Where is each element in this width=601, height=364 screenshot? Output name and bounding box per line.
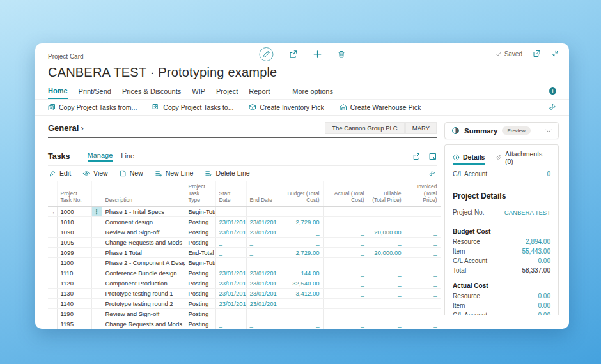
task-row[interactable]: 1099Phase 1 TotalEnd-Total__2,729.00_20,… [48,247,441,257]
cell-invoiced[interactable]: _ [405,247,441,257]
cell-billable[interactable]: _ [368,268,405,278]
copy-tasks-to-button[interactable]: Copy Project Tasks to... [152,103,233,111]
cell-budget[interactable]: 2,729.00 [277,216,323,227]
cell-budget[interactable]: 144.00 [277,268,323,278]
cell-actual[interactable]: _ [323,206,368,216]
cell-actual[interactable]: _ [323,257,368,268]
cell-task-no[interactable]: 1140 [57,298,91,308]
cell-billable[interactable]: _ [368,308,405,319]
cell-task-type[interactable]: Posting [185,288,215,298]
new-line-button[interactable]: New Line [155,169,194,177]
cell-task-type[interactable]: Posting [185,278,215,288]
task-row[interactable]: 1010Comonent designPosting23/01/201923/0… [48,216,441,227]
cell-actual[interactable]: _ [323,216,368,227]
cell-task-type[interactable]: End-Total [185,247,215,257]
maximize-icon[interactable] [429,153,437,160]
cell-billable[interactable]: 20,000.00 [368,247,405,257]
cell-budget[interactable]: _ [277,237,323,247]
task-row[interactable]: 1110Conference Bundle designPosting23/01… [48,268,441,278]
summary-value[interactable]: 0.00 [538,256,550,266]
cell-invoiced[interactable]: _ [405,206,441,216]
cell-description[interactable]: Review and Sign-off [102,308,185,319]
cell-description[interactable]: Comonent design [102,216,185,227]
cell-budget[interactable]: 2,729.00 [277,247,323,257]
cell-start-date[interactable]: 23/01/2019 [215,227,246,237]
cell-invoiced[interactable]: _ [405,237,441,247]
view-line-button[interactable]: View [82,169,108,177]
cell-start-date[interactable]: 23/01/2019 [215,288,246,298]
col-invoiced[interactable]: Invoiced (Total Price) [405,181,441,206]
cell-end-date[interactable]: 23/01/2019 [246,216,277,227]
cell-end-date[interactable]: 23/01/2019 [246,227,277,237]
cell-end-date[interactable]: 23/01/2019 [246,298,277,308]
cell-task-no[interactable]: 1195 [57,319,91,329]
cell-description[interactable]: Prototype testing round 2 [102,298,185,308]
task-row[interactable]: 1195Change Requests and ModsPosting_____… [48,319,441,329]
task-row[interactable]: 1190Review and Sign-offPosting______ [48,308,441,319]
task-row[interactable]: →1000⋮Phase 1 - Inital SpecsBegin-Total_… [48,206,441,216]
task-row[interactable]: 1100Phase 2 - Component A DesignBegin-To… [48,257,441,268]
col-start-date[interactable]: Start Date [215,181,246,206]
user-button[interactable]: MARY [405,122,437,134]
cell-task-no[interactable]: 1000 [57,206,91,216]
cell-description[interactable]: Phase 1 - Inital Specs [102,206,185,216]
create-warehouse-pick-button[interactable]: Create Warehouse Pick [340,103,421,111]
new-button[interactable] [313,50,322,59]
cell-budget[interactable]: _ [277,319,323,329]
cell-billable[interactable]: _ [368,298,405,308]
cell-start-date[interactable]: _ [215,308,246,319]
cell-budget[interactable]: _ [277,308,323,319]
chevron-down-icon[interactable] [545,128,552,133]
task-row[interactable]: 1095Change Requests and ModsPosting_____… [48,237,441,247]
col-task-type[interactable]: Project Task Type [185,181,215,206]
row-menu-icon[interactable]: ⋮ [91,206,102,216]
tab-wip[interactable]: WIP [192,86,205,98]
cell-invoiced[interactable]: _ [405,278,441,288]
cell-actual[interactable]: _ [323,237,368,247]
cell-invoiced[interactable]: _ [405,227,441,237]
project-no-link[interactable]: CANBERA TEST [504,208,550,217]
cell-start-date[interactable]: 23/01/2019 [215,298,246,308]
cell-task-no[interactable]: 1100 [57,257,91,268]
cell-description[interactable]: Phase 1 Total [102,247,185,257]
cell-description[interactable]: Change Requests and Mods [102,237,185,247]
cell-invoiced[interactable]: _ [405,288,441,298]
cell-start-date[interactable]: 23/01/2019 [215,268,246,278]
cell-description[interactable]: Phase 2 - Component A Design [102,257,185,268]
cell-billable[interactable]: 20,000.00 [368,227,405,237]
cell-description[interactable]: Review and Sign-off [102,227,185,237]
cell-end-date[interactable]: _ [246,206,277,216]
cell-task-no[interactable]: 1095 [57,237,91,247]
cell-actual[interactable]: _ [323,308,368,319]
cell-task-type[interactable]: Posting [185,227,215,237]
cell-task-no[interactable]: 1090 [57,227,91,237]
cell-description[interactable]: Prototype testing round 1 [102,288,185,298]
cell-start-date[interactable]: _ [215,257,246,268]
edit-button[interactable] [259,47,273,61]
cell-description[interactable]: Conference Bundle design [102,268,185,278]
cell-budget[interactable]: _ [277,227,323,237]
col-end-date[interactable]: End Date [246,181,277,206]
cell-end-date[interactable]: _ [246,247,277,257]
cell-actual[interactable]: _ [323,268,368,278]
cell-task-type[interactable]: Posting [185,298,215,308]
col-billable[interactable]: Billable (Total Price) [368,181,405,206]
notification-badge[interactable]: i [549,87,556,95]
cell-task-type[interactable]: Posting [185,268,215,278]
create-inventory-pick-button[interactable]: Create Inventory Pick [249,103,324,111]
cell-task-type[interactable]: Posting [185,237,215,247]
cell-invoiced[interactable]: _ [405,268,441,278]
cell-billable[interactable]: _ [368,206,405,216]
general-fasttab[interactable]: General› [48,123,84,133]
tab-project[interactable]: Project [216,86,238,98]
share-button[interactable] [288,50,297,59]
cell-budget[interactable]: _ [277,298,323,308]
copy-tasks-from-button[interactable]: Copy Project Tasks from... [48,103,137,111]
edit-line-button[interactable]: Edit [49,169,71,177]
cell-actual[interactable]: _ [323,227,368,237]
summary-value[interactable]: 0.00 [538,310,550,315]
cell-task-no[interactable]: 1010 [57,216,91,227]
cell-task-type[interactable]: Posting [185,308,215,319]
cell-start-date[interactable]: _ [215,247,246,257]
cell-end-date[interactable]: _ [246,308,277,319]
